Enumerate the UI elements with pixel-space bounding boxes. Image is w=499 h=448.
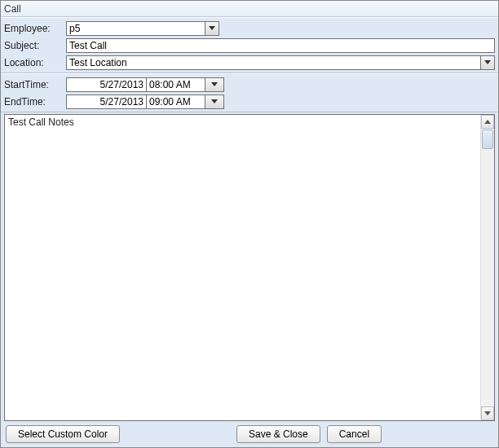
scroll-track[interactable] [481, 150, 494, 406]
chevron-down-icon [209, 26, 215, 30]
chevron-down-icon [211, 99, 218, 103]
employee-field[interactable] [66, 21, 205, 36]
employee-combo[interactable] [66, 21, 219, 36]
chevron-down-icon [484, 60, 491, 64]
chevron-down-icon [211, 82, 218, 86]
start-date-field[interactable] [66, 77, 146, 92]
cancel-button[interactable]: Cancel [327, 425, 382, 443]
button-bar: Select Custom Color Save & Close Cancel [1, 421, 498, 447]
starttime-label: StartTime: [2, 79, 66, 90]
notes-wrap: Test Call Notes [4, 114, 495, 421]
save-close-button[interactable]: Save & Close [236, 425, 320, 443]
subject-label: Subject: [2, 40, 66, 51]
notes-scrollbar[interactable] [480, 115, 494, 420]
location-combo[interactable] [66, 55, 495, 70]
chevron-up-icon [484, 120, 491, 124]
select-custom-color-button[interactable]: Select Custom Color [6, 425, 120, 443]
employee-dropdown-button[interactable] [205, 21, 219, 36]
start-time-field[interactable] [146, 77, 205, 92]
chevron-down-icon [484, 411, 491, 415]
notes-field[interactable]: Test Call Notes [4, 114, 495, 421]
header-fields: Employee: Subject: Location: [1, 17, 498, 73]
endtime-label: EndTime: [2, 96, 66, 108]
scroll-thumb[interactable] [482, 130, 493, 149]
window-title: Call [1, 1, 498, 17]
subject-field[interactable] [66, 38, 495, 53]
end-time-dropdown-button[interactable] [205, 94, 224, 109]
employee-label: Employee: [2, 23, 66, 34]
scroll-down-button[interactable] [481, 406, 494, 420]
location-field[interactable] [66, 55, 480, 70]
end-time-field[interactable] [146, 94, 205, 109]
scroll-up-button[interactable] [481, 115, 494, 129]
start-time-dropdown-button[interactable] [205, 77, 224, 92]
location-dropdown-button[interactable] [480, 55, 495, 70]
center-buttons: Save & Close Cancel [219, 425, 399, 443]
location-label: Location: [2, 57, 66, 68]
time-fields: StartTime: EndTime: [1, 73, 498, 112]
call-dialog: Call Employee: Subject: Location: [0, 0, 499, 448]
end-date-field[interactable] [66, 94, 146, 109]
